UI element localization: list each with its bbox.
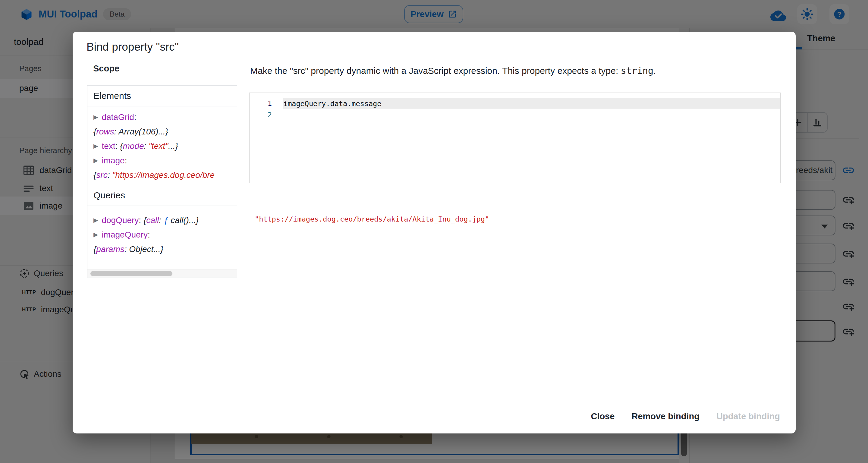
tree-node-datagrid[interactable]: ▶dataGrid:: [93, 110, 237, 124]
expression-code: imageQuery.data.message: [283, 98, 780, 109]
scope-browser: Elements ▶dataGrid: {rows: Array(106)...…: [87, 85, 237, 278]
queries-tree: ▶dogQuery: {call: ƒ call()...} ▶imageQue…: [87, 206, 237, 256]
line-number: 1: [250, 98, 283, 109]
editor-line-2[interactable]: 2: [250, 109, 780, 121]
remove-binding-button[interactable]: Remove binding: [623, 407, 708, 426]
binding-description: Make the "src" property dynamic with a J…: [250, 65, 763, 76]
line-number: 2: [250, 109, 283, 121]
close-button[interactable]: Close: [582, 407, 623, 426]
scope-scrollbar-thumb[interactable]: [90, 271, 173, 276]
elements-tree: ▶dataGrid: {rows: Array(106)...} ▶text: …: [87, 106, 237, 182]
bind-property-dialog: Bind property "src" Scope Elements ▶data…: [73, 32, 796, 433]
expand-arrow-icon[interactable]: ▶: [93, 110, 98, 124]
scope-label: Scope: [93, 64, 119, 73]
tree-node-imagequery-preview: {params: Object...}: [93, 242, 237, 256]
js-expression-editor[interactable]: 1 imageQuery.data.message 2: [249, 93, 781, 183]
scope-scrollbar-track[interactable]: [87, 270, 237, 278]
expand-arrow-icon[interactable]: ▶: [93, 213, 98, 227]
expand-arrow-icon[interactable]: ▶: [93, 153, 98, 167]
queries-header: Queries: [87, 185, 237, 206]
tree-node-image-preview: {src: "https://images.dog.ceo/bre: [93, 168, 237, 182]
dialog-title: Bind property "src": [87, 41, 179, 53]
tree-node-image[interactable]: ▶image:: [93, 153, 237, 168]
expand-arrow-icon[interactable]: ▶: [93, 139, 98, 153]
editor-line-1[interactable]: 1 imageQuery.data.message: [250, 98, 780, 109]
tree-node-text[interactable]: ▶text: {mode: "text"...}: [93, 139, 237, 153]
tree-node-datagrid-preview: {rows: Array(106)...}: [93, 124, 237, 139]
tree-node-imagequery[interactable]: ▶imageQuery:: [93, 227, 237, 242]
elements-header: Elements: [87, 86, 237, 106]
tree-node-dogquery[interactable]: ▶dogQuery: {call: ƒ call()...}: [93, 213, 237, 227]
expand-arrow-icon[interactable]: ▶: [93, 227, 98, 242]
expected-type: string: [621, 65, 653, 76]
update-binding-button[interactable]: Update binding: [708, 407, 788, 426]
dialog-footer: Close Remove binding Update binding: [582, 407, 788, 426]
evaluated-result: "https://images.dog.ceo/breeds/akita/Aki…: [255, 215, 489, 223]
